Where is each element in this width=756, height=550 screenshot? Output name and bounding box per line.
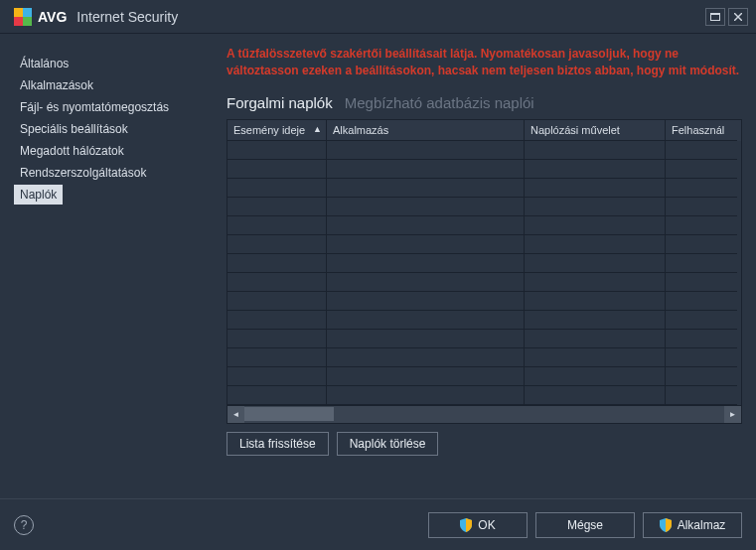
table-cell bbox=[327, 292, 525, 311]
scroll-track[interactable] bbox=[244, 406, 724, 423]
table-cell bbox=[666, 254, 737, 273]
table-row[interactable] bbox=[227, 311, 741, 330]
table-cell bbox=[525, 235, 666, 254]
column-header-2[interactable]: Naplózási művelet bbox=[525, 120, 666, 141]
sidebar-item-3[interactable]: Speciális beállítások bbox=[14, 119, 134, 139]
table-row[interactable] bbox=[227, 254, 741, 273]
column-header-1[interactable]: Alkalmazás bbox=[327, 120, 525, 141]
table-cell bbox=[525, 330, 666, 348]
table-cell bbox=[227, 198, 327, 216]
help-button[interactable]: ? bbox=[14, 515, 34, 535]
table-cell bbox=[525, 273, 666, 292]
column-header-0[interactable]: Esemény ideje▲ bbox=[227, 120, 327, 141]
close-button[interactable] bbox=[728, 8, 748, 26]
avg-logo-icon bbox=[14, 8, 32, 26]
table-cell bbox=[525, 367, 666, 386]
svg-rect-1 bbox=[23, 8, 32, 17]
table-row[interactable] bbox=[227, 330, 741, 348]
table-row[interactable] bbox=[227, 235, 741, 254]
column-header-3[interactable]: Felhasznál bbox=[666, 120, 737, 141]
table-cell bbox=[666, 367, 737, 386]
table-cell bbox=[327, 386, 525, 405]
table-cell bbox=[666, 216, 737, 235]
table-cell bbox=[666, 311, 737, 330]
table-row[interactable] bbox=[227, 160, 741, 179]
svg-rect-3 bbox=[23, 17, 32, 26]
table-cell bbox=[227, 292, 327, 311]
ok-label: OK bbox=[478, 518, 495, 532]
table-cell bbox=[227, 330, 327, 348]
shield-icon bbox=[660, 518, 672, 532]
sidebar-item-4[interactable]: Megadott hálózatok bbox=[14, 141, 130, 161]
svg-rect-2 bbox=[14, 17, 23, 26]
close-icon bbox=[734, 13, 742, 21]
table-cell bbox=[525, 179, 666, 198]
table-row[interactable] bbox=[227, 292, 741, 311]
cancel-label: Mégse bbox=[567, 518, 603, 532]
clear-logs-button[interactable]: Naplók törlése bbox=[337, 432, 439, 456]
sidebar-item-6[interactable]: Naplók bbox=[14, 185, 63, 205]
cancel-button[interactable]: Mégse bbox=[535, 512, 635, 538]
scroll-left-arrow[interactable]: ◄ bbox=[227, 406, 244, 423]
tab-strip: Forgalmi naplókMegbízható adatbázis napl… bbox=[227, 94, 742, 111]
table-cell bbox=[666, 179, 737, 198]
table-cell bbox=[525, 216, 666, 235]
tab-0[interactable]: Forgalmi naplók bbox=[227, 94, 333, 111]
table-cell bbox=[327, 160, 525, 179]
footer: ? OK Mégse Alkalmaz bbox=[0, 498, 756, 550]
table-row[interactable] bbox=[227, 141, 741, 160]
scroll-thumb[interactable] bbox=[244, 407, 334, 421]
table-row[interactable] bbox=[227, 348, 741, 367]
table-cell bbox=[666, 330, 737, 348]
table-cell bbox=[525, 348, 666, 367]
table-cell bbox=[327, 273, 525, 292]
table-cell bbox=[227, 141, 327, 160]
sidebar: ÁltalánosAlkalmazásokFájl- és nyomtatóme… bbox=[0, 34, 189, 498]
table-cell bbox=[327, 141, 525, 160]
horizontal-scrollbar[interactable]: ◄ ► bbox=[227, 405, 741, 423]
table-cell bbox=[666, 348, 737, 367]
table-cell bbox=[227, 179, 327, 198]
sidebar-item-1[interactable]: Alkalmazások bbox=[14, 75, 99, 95]
refresh-list-button[interactable]: Lista frissítése bbox=[227, 432, 329, 456]
titlebar: AVG Internet Security bbox=[0, 0, 756, 34]
table-row[interactable] bbox=[227, 273, 741, 292]
tab-1[interactable]: Megbízható adatbázis naplói bbox=[345, 94, 534, 111]
maximize-icon bbox=[710, 13, 720, 21]
table-cell bbox=[666, 235, 737, 254]
table-row[interactable] bbox=[227, 386, 741, 405]
table-cell bbox=[666, 273, 737, 292]
table-cell bbox=[227, 386, 327, 405]
table-cell bbox=[327, 330, 525, 348]
table-cell bbox=[525, 141, 666, 160]
table-body bbox=[227, 141, 741, 405]
table-cell bbox=[525, 160, 666, 179]
main-panel: A tűzfalösszetevő szakértői beállításait… bbox=[189, 34, 756, 498]
sidebar-item-2[interactable]: Fájl- és nyomtatómegosztás bbox=[14, 97, 175, 117]
svg-rect-0 bbox=[14, 8, 23, 17]
table-cell bbox=[227, 273, 327, 292]
scroll-right-arrow[interactable]: ► bbox=[724, 406, 741, 423]
ok-button[interactable]: OK bbox=[428, 512, 528, 538]
table-header: Esemény ideje▲AlkalmazásNaplózási művele… bbox=[227, 120, 741, 141]
table-cell bbox=[327, 179, 525, 198]
table-row[interactable] bbox=[227, 367, 741, 386]
table-cell bbox=[327, 311, 525, 330]
help-icon: ? bbox=[21, 518, 28, 532]
sidebar-item-5[interactable]: Rendszerszolgáltatások bbox=[14, 163, 152, 183]
table-cell bbox=[666, 386, 737, 405]
table-cell bbox=[525, 254, 666, 273]
table-cell bbox=[327, 216, 525, 235]
maximize-button[interactable] bbox=[705, 8, 725, 26]
table-cell bbox=[525, 198, 666, 216]
table-row[interactable] bbox=[227, 179, 741, 198]
table-row[interactable] bbox=[227, 198, 741, 216]
sidebar-item-0[interactable]: Általános bbox=[14, 54, 75, 73]
table-cell bbox=[327, 348, 525, 367]
table-cell bbox=[327, 235, 525, 254]
table-row[interactable] bbox=[227, 216, 741, 235]
table-cell bbox=[666, 160, 737, 179]
table-cell bbox=[227, 367, 327, 386]
table-cell bbox=[227, 254, 327, 273]
apply-button[interactable]: Alkalmaz bbox=[643, 512, 742, 538]
